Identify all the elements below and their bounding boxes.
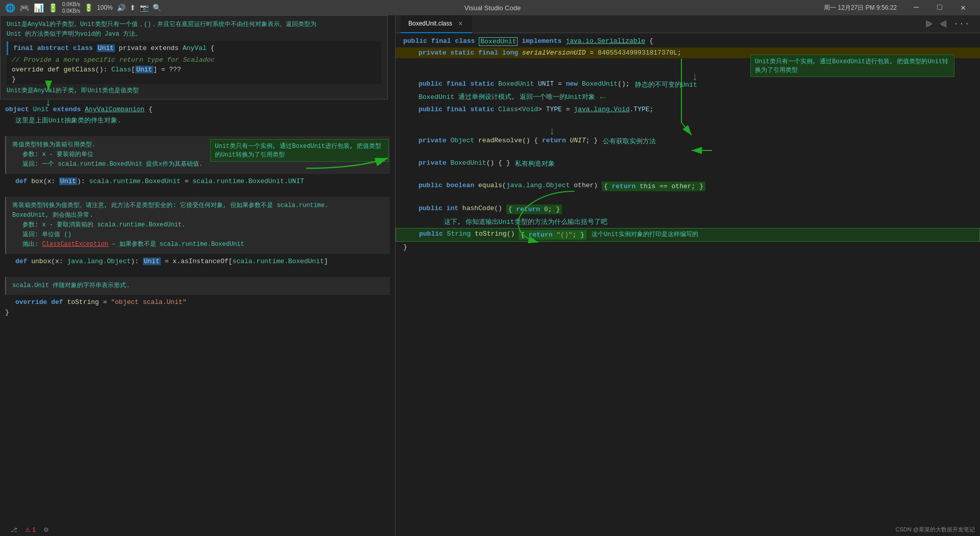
right-panel: BoxedUnit.class × ⫸ ⫷ ··· Unit类只有一个实例, 通… bbox=[396, 15, 980, 536]
split-right-icon[interactable]: ⫷ bbox=[939, 19, 948, 30]
tooltip-code: final abstract class Unit private extend… bbox=[7, 41, 381, 84]
titlebar-controls: 周一 12月27日 PM 9:56:22 ─ □ ✕ bbox=[824, 0, 975, 15]
tray-icon-4: 🔋 bbox=[48, 3, 58, 13]
tooltip-line2: Unit 的方法类似于声明为void的 Java 方法。 bbox=[7, 30, 381, 39]
code-line-unbox: def unbox (x: java.lang.Object ): Unit =… bbox=[0, 257, 395, 267]
tray-icon-1: 🌐 bbox=[5, 3, 15, 13]
java-line-equals: public boolean equals ( java.lang.Object… bbox=[396, 180, 980, 193]
editor-toolbar: ⫸ ⫷ ··· bbox=[925, 19, 975, 30]
split-left-icon[interactable]: ⫸ bbox=[925, 19, 934, 30]
tooltip-line1: Unit是AnyVal的子类型。Unit类型只有一个值，()，并且它在底层运行时… bbox=[7, 20, 381, 30]
titlebar-title: Visual Studio Code bbox=[464, 4, 521, 12]
system-clock: 周一 12月27日 PM 9:56:22 bbox=[824, 4, 897, 12]
maximize-button[interactable]: □ bbox=[928, 0, 951, 15]
java-line-class: public final class BoxedUnit implements … bbox=[396, 36, 980, 47]
titlebar: 🌐 🎮 📊 🔋 0.0KB/s 0.0KB/s 🔋 100% 🔊 ⬆ 📷 🔍 V… bbox=[0, 0, 980, 15]
main-content: Unit是AnyVal的子类型。Unit类型只有一个值，()，并且它在底层运行时… bbox=[0, 15, 980, 536]
spacer-r2 bbox=[396, 115, 980, 125]
minimize-button[interactable]: ─ bbox=[904, 0, 928, 15]
tooltip-note: Unit类是AnyVal的子类, 即Unit类也是值类型 bbox=[7, 86, 381, 95]
scala-code-area[interactable]: object Unit extends AnyValCompanion { 这里… bbox=[0, 105, 395, 536]
spacer-r4 bbox=[396, 170, 980, 180]
unit-highlight: Unit bbox=[97, 44, 115, 52]
tray-volume: 🔊 bbox=[117, 4, 126, 12]
box-method-doc: 将值类型转换为装箱引用类型. 参数: x - 要装箱的单位 返回: 一个 sca… bbox=[5, 136, 390, 174]
down-arrow-1: ↓ bbox=[45, 97, 51, 109]
java-line-constructor: private BoxedUnit () { } 私有构造对象 bbox=[396, 158, 980, 170]
spacer1 bbox=[0, 126, 395, 134]
java-line-hashcode: public int hashCode () { return 0; } bbox=[396, 203, 980, 216]
titlebar-left: 🌐 🎮 📊 🔋 0.0KB/s 0.0KB/s 🔋 100% 🔊 ⬆ 📷 🔍 bbox=[5, 1, 161, 14]
system-tray-left: 🌐 🎮 📊 🔋 0.0KB/s 0.0KB/s 🔋 100% 🔊 ⬆ 📷 🔍 bbox=[5, 1, 161, 14]
tab-close-button[interactable]: × bbox=[456, 19, 464, 28]
unit-hl-2: Unit bbox=[143, 258, 161, 265]
left-panel: Unit是AnyVal的子类型。Unit类型只有一个值，()，并且它在底层运行时… bbox=[0, 15, 396, 536]
tab-label: BoxedUnit.class bbox=[408, 20, 452, 27]
java-line-tostring: public String toString () { return "()";… bbox=[396, 228, 980, 242]
java-code-area[interactable]: Unit类只有一个实例, 通过BoxedUnit进行包装, 把值类型的Unit转… bbox=[396, 33, 980, 536]
tray-screenshot: 📷 bbox=[140, 4, 149, 12]
tostring-doc: scala.Unit 伴随对象的字符串表示形式. bbox=[5, 277, 390, 295]
boxedunit-classname: BoxedUnit bbox=[479, 37, 518, 46]
code-line-cn1: 这里是上面Unit抽象类的伴生对象. bbox=[0, 115, 395, 126]
spacer-r3 bbox=[396, 147, 980, 158]
tooltip-popup: Unit是AnyVal的子类型。Unit类型只有一个值，()，并且它在底层运行时… bbox=[0, 15, 388, 99]
boxedunit-annotation: Unit类只有一个实例, 通过BoxedUnit进行包装, 把值类型的Unit转… bbox=[750, 55, 954, 77]
tray-battery: 🔋 bbox=[84, 4, 93, 12]
tab-bar: BoxedUnit.class × ⫸ ⫷ ··· bbox=[396, 15, 980, 33]
status-bar-left: ⎇ ⚠ 1 ⚙ bbox=[10, 526, 49, 533]
close-button[interactable]: ✕ bbox=[951, 0, 975, 15]
window-controls[interactable]: ─ □ ✕ bbox=[904, 0, 975, 15]
code-line-close: } bbox=[0, 308, 395, 318]
more-options-icon[interactable]: ··· bbox=[953, 19, 970, 30]
java-line-hashcode-note: 这下, 你知道输出Unit类型的方法为什么输出括号了吧 bbox=[396, 216, 980, 228]
tray-arrow: ⬆ bbox=[130, 4, 136, 12]
java-line-type: public final static Class < Void > TYPE … bbox=[396, 104, 980, 115]
code-line-object: object Unit extends AnyValCompanion { bbox=[0, 105, 395, 115]
tray-icon-2: 🎮 bbox=[19, 3, 30, 13]
spacer2 bbox=[0, 187, 395, 194]
spacer-r5 bbox=[396, 193, 980, 203]
settings-icon[interactable]: ⚙ bbox=[43, 526, 49, 533]
code-line-box: def box (x: Unit ): scala.runtime.BoxedU… bbox=[0, 176, 395, 187]
unbox-method-doc: 将装箱类型转换为值类型。请注意, 此方法不是类型安全的: 它接受任何对象, 但如… bbox=[5, 197, 390, 254]
tray-battery-pct: 100% bbox=[97, 4, 113, 11]
tray-icon-3: 📊 bbox=[34, 3, 44, 13]
git-icon: ⎇ bbox=[10, 526, 17, 533]
time-display: 周一 12月27日 PM 9:56:22 bbox=[824, 4, 897, 12]
tab-boxedunit[interactable]: BoxedUnit.class × bbox=[401, 15, 472, 33]
code-line-tostring: override def toString = "object scala.Un… bbox=[0, 297, 395, 308]
tray-search: 🔍 bbox=[153, 4, 161, 12]
watermark: CSDN @菜菜的大数据开发笔记 bbox=[896, 526, 975, 533]
net-speeds: 0.0KB/s 0.0KB/s bbox=[62, 1, 80, 14]
arrow-down-2: ↓ bbox=[549, 125, 980, 138]
unit-annotation-text: Unit类只有一个实例, 通过BoxedUnit进行包装, 把值类型的Unit转… bbox=[210, 139, 389, 162]
java-line-annotation1: BoxedUnit 通过单例设计模式, 返回一个唯一的Unit对象 ← bbox=[396, 91, 980, 104]
error-count: ⚠ 1 bbox=[25, 526, 36, 533]
java-line-close: } bbox=[396, 242, 980, 252]
spacer3 bbox=[0, 267, 395, 274]
